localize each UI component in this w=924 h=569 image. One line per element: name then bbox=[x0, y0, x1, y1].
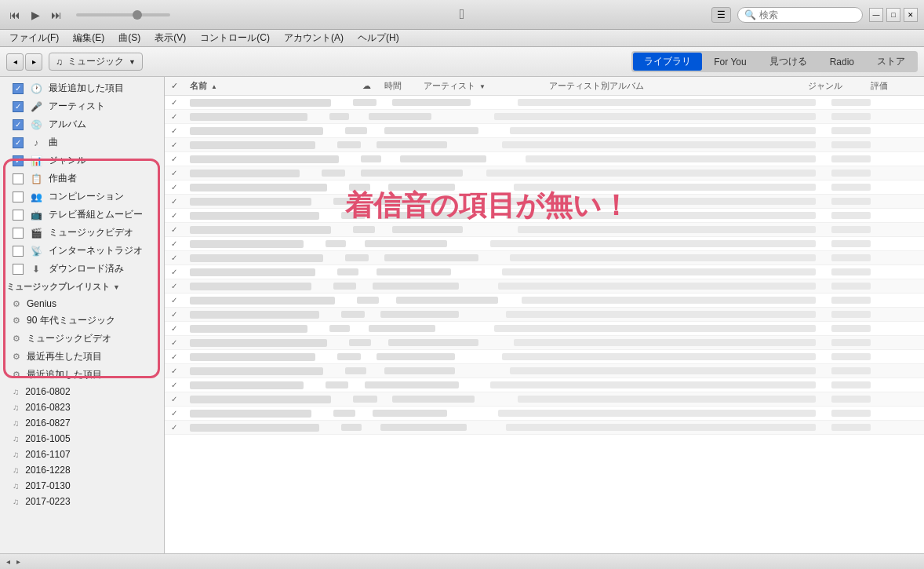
play-button[interactable]: ▶ bbox=[28, 7, 43, 23]
bottom-next[interactable]: ▸ bbox=[16, 557, 20, 566]
sidebar-playlist-2016-0827[interactable]: ♫ 2016-0827 bbox=[0, 415, 164, 431]
sidebar-playlist-90s[interactable]: ⚙ 90 年代ミュージック bbox=[0, 312, 164, 330]
checkbox-tv[interactable] bbox=[13, 210, 24, 221]
table-row[interactable]: ✓ bbox=[165, 322, 924, 336]
maximize-button[interactable]: □ bbox=[886, 8, 900, 22]
minimize-button[interactable]: — bbox=[869, 8, 883, 22]
checkbox-netradio[interactable] bbox=[13, 246, 24, 257]
sidebar-playlist-recently-played[interactable]: ⚙ 最近再生した項目 bbox=[0, 348, 164, 366]
table-row[interactable]: ✓ bbox=[165, 279, 924, 294]
content-list[interactable]: ✓ ✓ ✓ ✓ ✓ bbox=[165, 96, 924, 553]
table-row[interactable]: ✓ bbox=[165, 110, 924, 124]
sidebar-playlist-2017-0223[interactable]: ♫ 2017-0223 bbox=[0, 494, 164, 509]
list-view-button[interactable]: ☰ bbox=[711, 7, 731, 23]
tab-radio[interactable]: Radio bbox=[819, 53, 865, 71]
menu-file[interactable]: ファイル(F) bbox=[3, 30, 65, 46]
table-row[interactable]: ✓ bbox=[165, 251, 924, 265]
table-row[interactable]: ✓ bbox=[165, 181, 924, 195]
forward-button[interactable]: ⏭ bbox=[48, 7, 65, 23]
menu-controls[interactable]: コントロール(C) bbox=[194, 30, 276, 46]
table-row[interactable]: ✓ bbox=[165, 294, 924, 308]
table-row[interactable]: ✓ bbox=[165, 195, 924, 209]
sidebar-item-song[interactable]: ♪ 曲 bbox=[0, 133, 164, 151]
bottom-prev[interactable]: ◂ bbox=[6, 557, 10, 566]
sidebar-playlist-2016-1228[interactable]: ♫ 2016-1228 bbox=[0, 462, 164, 478]
table-row[interactable]: ✓ bbox=[165, 265, 924, 279]
sidebar-playlist-2016-1005[interactable]: ♫ 2016-1005 bbox=[0, 431, 164, 447]
rewind-button[interactable]: ⏮ bbox=[6, 7, 24, 23]
menu-song[interactable]: 曲(S) bbox=[112, 30, 147, 46]
header-album[interactable]: アーティスト別アルバム bbox=[549, 80, 808, 92]
menu-view[interactable]: 表示(V) bbox=[148, 30, 192, 46]
header-genre[interactable]: ジャンル bbox=[808, 80, 871, 92]
recently-played-label: 最近再生した項目 bbox=[27, 350, 102, 363]
tab-foryou[interactable]: For You bbox=[703, 53, 757, 71]
table-row[interactable]: ✓ bbox=[165, 407, 924, 421]
sidebar-playlist-recently-added2[interactable]: ⚙ 最近追加した項目 bbox=[0, 366, 164, 384]
sidebar-item-composer[interactable]: 📋 作曲者 bbox=[0, 170, 164, 188]
tab-library[interactable]: ライブラリ bbox=[633, 53, 702, 71]
menu-help[interactable]: ヘルプ(H) bbox=[351, 30, 406, 46]
menu-edit[interactable]: 編集(E) bbox=[67, 30, 111, 46]
menu-account[interactable]: アカウント(A) bbox=[278, 30, 350, 46]
sidebar-playlist-2016-0802[interactable]: ♫ 2016-0802 bbox=[0, 384, 164, 399]
row-check: ✓ bbox=[171, 98, 190, 107]
table-row[interactable]: ✓ bbox=[165, 166, 924, 181]
sidebar-item-album[interactable]: 💿 アルバム bbox=[0, 115, 164, 133]
tab-mitsukeru[interactable]: 見つける bbox=[758, 53, 818, 71]
playlist-icon-0223: ♫ bbox=[13, 497, 19, 506]
sidebar-playlist-2016-1107[interactable]: ♫ 2016-1107 bbox=[0, 447, 164, 462]
forward-button-nav[interactable]: ▸ bbox=[25, 53, 42, 71]
sidebar-playlist-2016-0823[interactable]: ♫ 2016-0823 bbox=[0, 399, 164, 415]
checkbox-compilation[interactable] bbox=[13, 191, 24, 202]
sidebar-item-netradio[interactable]: 📡 インターネットラジオ bbox=[0, 242, 164, 260]
table-row[interactable]: ✓ bbox=[165, 421, 924, 435]
search-input[interactable] bbox=[759, 9, 853, 20]
table-row[interactable]: ✓ bbox=[165, 392, 924, 407]
sidebar-playlist-genius[interactable]: ⚙ Genius bbox=[0, 296, 164, 312]
playlist-icon-0827: ♫ bbox=[13, 418, 19, 428]
table-row[interactable]: ✓ bbox=[165, 350, 924, 364]
table-row[interactable]: ✓ bbox=[165, 152, 924, 166]
table-row[interactable]: ✓ bbox=[165, 364, 924, 378]
search-box[interactable]: 🔍 bbox=[737, 7, 863, 23]
header-rating[interactable]: 評価 bbox=[871, 80, 918, 92]
checkbox-composer[interactable] bbox=[13, 173, 24, 184]
close-button[interactable]: ✕ bbox=[904, 8, 918, 22]
sidebar-item-downloaded[interactable]: ⬇ ダウンロード済み bbox=[0, 260, 164, 278]
back-button[interactable]: ◂ bbox=[6, 53, 24, 71]
table-row[interactable]: ✓ bbox=[165, 96, 924, 110]
table-row[interactable]: ✓ bbox=[165, 209, 924, 223]
table-row[interactable]: ✓ bbox=[165, 237, 924, 251]
table-row[interactable]: ✓ bbox=[165, 308, 924, 322]
row-name bbox=[190, 424, 319, 432]
compilation-icon: 👥 bbox=[30, 191, 42, 203]
checkbox-artist[interactable] bbox=[13, 101, 24, 112]
checkbox-album[interactable] bbox=[13, 119, 24, 130]
table-row[interactable]: ✓ bbox=[165, 138, 924, 152]
header-artist[interactable]: アーティスト ▼ bbox=[424, 80, 549, 92]
sidebar-item-compilation[interactable]: 👥 コンピレーション bbox=[0, 188, 164, 206]
sidebar-item-artist[interactable]: 🎤 アーティスト bbox=[0, 97, 164, 115]
table-row[interactable]: ✓ bbox=[165, 378, 924, 392]
checkbox-recently-added[interactable] bbox=[13, 83, 24, 94]
row-time bbox=[329, 325, 350, 332]
table-row[interactable]: ✓ bbox=[165, 336, 924, 350]
checkbox-song[interactable] bbox=[13, 137, 24, 148]
playlist-section-header[interactable]: ミュージックプレイリスト ▼ bbox=[0, 278, 164, 296]
table-row[interactable]: ✓ bbox=[165, 124, 924, 138]
header-time[interactable]: 時間 bbox=[384, 80, 424, 92]
table-row[interactable]: ✓ bbox=[165, 223, 924, 237]
sidebar-playlist-musicvideo[interactable]: ⚙ ミュージックビデオ bbox=[0, 330, 164, 348]
header-name[interactable]: 名前 ▲ bbox=[190, 80, 362, 92]
tab-store[interactable]: ストア bbox=[866, 53, 916, 71]
sidebar-item-tv[interactable]: 📺 テレビ番組とムービー bbox=[0, 206, 164, 224]
sidebar-item-musicvideo[interactable]: 🎬 ミュージックビデオ bbox=[0, 224, 164, 242]
sidebar-item-genre[interactable]: 📊 ジャンル bbox=[0, 151, 164, 170]
sidebar-playlist-2017-0130[interactable]: ♫ 2017-0130 bbox=[0, 478, 164, 494]
checkbox-downloaded[interactable] bbox=[13, 264, 24, 275]
checkbox-musicvideo[interactable] bbox=[13, 228, 24, 239]
checkbox-genre[interactable] bbox=[13, 155, 24, 166]
sidebar-item-recently-added[interactable]: 🕐 最近追加した項目 bbox=[0, 77, 164, 97]
progress-bar[interactable] bbox=[76, 13, 170, 16]
